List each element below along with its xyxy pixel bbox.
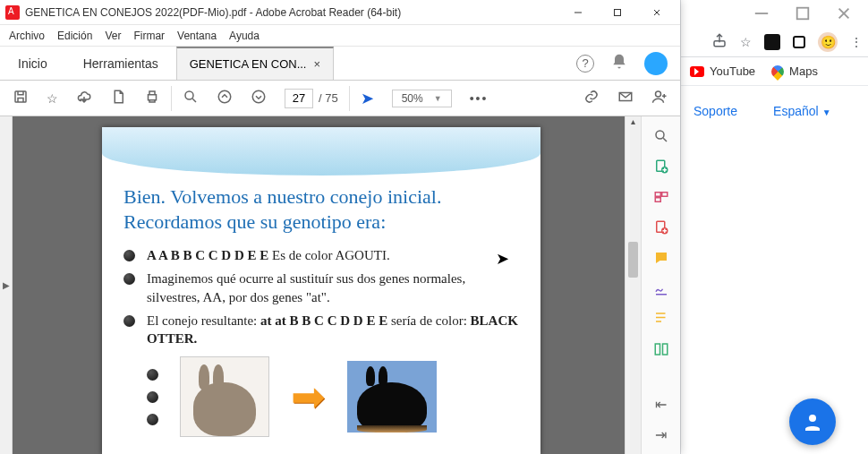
expand-sidebar-icon[interactable]: ⇥ [651, 424, 672, 445]
minimize-button[interactable] [558, 0, 598, 25]
svg-rect-19 [655, 344, 660, 355]
svg-point-10 [656, 91, 661, 97]
extension-puzzle-icon[interactable] [764, 34, 780, 50]
profile-avatar[interactable]: 🙂 [818, 32, 838, 52]
bookmark-maps[interactable]: Maps [771, 64, 818, 78]
highlight-icon[interactable] [651, 308, 672, 330]
tab-inicio[interactable]: Inicio [0, 47, 65, 80]
chrome-max-button[interactable] [782, 0, 823, 27]
page-up-icon[interactable] [217, 89, 233, 107]
svg-rect-0 [797, 8, 809, 20]
left-panel-toggle[interactable]: ▶ [0, 116, 13, 454]
bookmarks-bar: YouTube Maps [681, 57, 868, 86]
menu-archivo[interactable]: Archivo [9, 30, 45, 42]
help-icon[interactable]: ? [576, 55, 594, 73]
bookmark-label: YouTube [710, 64, 755, 78]
maximize-button[interactable] [598, 0, 637, 25]
cloud-icon[interactable] [76, 89, 92, 107]
comment-icon[interactable] [651, 247, 672, 269]
tab-close-icon[interactable]: × [313, 57, 320, 71]
chat-fab-button[interactable] [789, 398, 836, 445]
star-icon[interactable]: ☆ [47, 91, 58, 106]
chrome-titlebar [681, 0, 868, 27]
page-total: / 75 [319, 91, 338, 105]
svg-rect-5 [149, 95, 157, 100]
bullet-2: Imaginemos qué ocurre al sustituír sus d… [123, 270, 519, 306]
menu-ventana[interactable]: Ventana [177, 30, 217, 42]
svg-point-11 [656, 131, 664, 139]
chevron-down-icon: ▼ [434, 94, 442, 103]
zoom-dropdown[interactable]: 50% ▼ [392, 90, 452, 107]
menu-ver[interactable]: Ver [105, 30, 121, 42]
bookmark-youtube[interactable]: YouTube [690, 64, 755, 78]
image-row: ➡ [123, 356, 519, 437]
arrow-right-icon: ➡ [291, 373, 326, 421]
menubar: Archivo Edición Ver Firmar Ventana Ayuda [0, 25, 680, 47]
svg-rect-16 [655, 198, 660, 202]
menu-firmar[interactable]: Firmar [133, 30, 165, 42]
save-icon[interactable] [13, 89, 29, 107]
bookmark-label: Maps [789, 64, 818, 78]
chrome-close-button[interactable] [823, 0, 864, 27]
page-down-icon[interactable] [251, 89, 267, 107]
extension-square-icon[interactable] [793, 36, 805, 48]
create-pdf-icon[interactable] [651, 156, 672, 177]
mail-icon[interactable] [617, 89, 634, 107]
add-person-icon[interactable] [651, 89, 668, 107]
svg-rect-3 [615, 9, 621, 15]
svg-rect-14 [655, 193, 660, 197]
tab-herramientas[interactable]: Herramientas [65, 47, 176, 80]
support-link[interactable]: Soporte [694, 104, 737, 118]
link-icon[interactable] [583, 89, 600, 107]
bullet-1: A A B B C C D D E E Es de color AGOUTI. [123, 246, 519, 264]
edit-pdf-icon[interactable] [651, 217, 672, 238]
zoom-value: 50% [402, 92, 423, 105]
acrobat-titlebar: GENETICA EN CONEJOS 2022(PDF-Mio).pdf - … [0, 0, 680, 25]
bell-icon[interactable] [610, 53, 628, 74]
rabbit-black-otter-image [347, 361, 437, 433]
scroll-thumb[interactable] [628, 242, 638, 278]
organize-icon[interactable] [651, 186, 672, 208]
slide-banner [102, 127, 540, 176]
file-lock-icon[interactable] [110, 89, 126, 107]
sign-icon[interactable] [651, 278, 672, 299]
print-icon[interactable] [144, 89, 160, 107]
page-indicator: / 75 [285, 89, 338, 108]
chrome-page-content: Soporte Español▼ [681, 86, 868, 136]
tab-strip: Inicio Herramientas GENETICA EN CON... ×… [0, 47, 680, 81]
tab-label: GENETICA EN CON... [190, 57, 307, 71]
collapse-sidebar-icon[interactable]: ⇤ [651, 393, 672, 415]
vertical-scrollbar[interactable]: ▴ [625, 116, 641, 454]
compare-icon[interactable] [651, 338, 672, 360]
more-tools-icon[interactable]: ••• [470, 91, 489, 106]
svg-point-6 [185, 91, 193, 99]
chevron-down-icon: ▼ [822, 107, 831, 117]
select-tool-icon[interactable]: ➤ [361, 89, 374, 108]
chrome-toolbar: ☆ 🙂 ⋮ [681, 27, 868, 57]
zoom-icon[interactable] [651, 125, 672, 147]
search-icon[interactable] [183, 89, 199, 107]
svg-point-8 [252, 90, 265, 103]
language-dropdown[interactable]: Español▼ [773, 104, 831, 118]
empty-bullets [147, 369, 158, 425]
svg-point-2 [809, 415, 816, 422]
menu-ayuda[interactable]: Ayuda [229, 30, 260, 42]
share-icon[interactable] [711, 32, 728, 51]
menu-edicion[interactable]: Edición [57, 30, 92, 42]
account-avatar[interactable] [644, 52, 668, 75]
window-title: GENETICA EN CONEJOS 2022(PDF-Mio).pdf - … [25, 6, 558, 19]
svg-rect-4 [15, 91, 26, 102]
bookmark-star-icon[interactable]: ☆ [740, 35, 752, 49]
document-viewport[interactable]: Bien. Volvemos a nuestro conejo inicial.… [13, 116, 625, 454]
close-button[interactable] [637, 0, 677, 25]
scroll-up-icon[interactable]: ▴ [625, 116, 641, 131]
acrobat-app-icon [5, 5, 20, 20]
bullet-3: El conejo resultante: at at B B C C D D … [123, 312, 519, 348]
chrome-more-icon[interactable]: ⋮ [850, 36, 863, 48]
toolbar: ☆ / 75 ➤ 50% ▼ ••• [0, 81, 680, 116]
chrome-min-button[interactable] [741, 0, 782, 27]
svg-rect-20 [662, 344, 667, 355]
tab-document[interactable]: GENETICA EN CON... × [176, 47, 334, 80]
page-input[interactable] [285, 89, 313, 108]
tools-sidebar: ⇤ ⇥ [641, 116, 680, 454]
